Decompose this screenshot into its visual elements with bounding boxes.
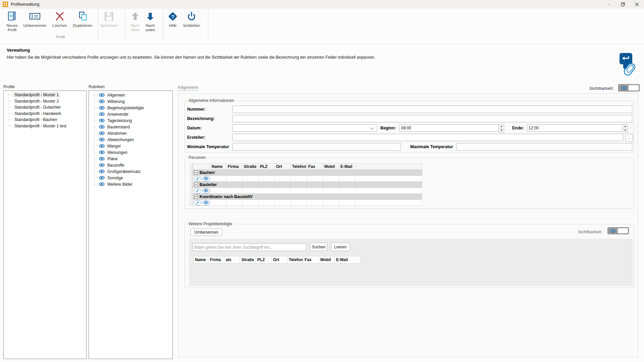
toolbar-schliessen-button[interactable]: Schließen <box>181 10 202 41</box>
profile-list-item[interactable]: Standardprofil - Muster 1 test <box>4 123 86 129</box>
column-header[interactable]: als <box>224 256 240 263</box>
visibility-toggle[interactable] <box>618 84 640 92</box>
rubrik-list-item[interactable]: Allgemein <box>89 92 172 98</box>
visibility-person-button[interactable] <box>202 176 210 181</box>
column-header[interactable]: Ort <box>275 163 291 170</box>
close-button[interactable] <box>630 0 644 9</box>
column-header[interactable]: Firma <box>209 256 224 263</box>
column-header[interactable]: Firma <box>226 163 243 170</box>
rubrik-list-item[interactable]: Weitere Bilder <box>89 181 172 187</box>
rubrik-list-item[interactable]: Abnahmen <box>89 130 172 136</box>
column-header[interactable]: E-Mail <box>335 256 361 263</box>
personen-group-row[interactable]: Koordinator nach BaustellV <box>190 194 422 200</box>
column-header[interactable]: Ort <box>272 256 287 263</box>
rubrik-list-item[interactable]: Bautenstand <box>89 124 172 130</box>
edit-person-button[interactable] <box>194 188 201 193</box>
toolbar-nach-oben-button[interactable]: Nach oben <box>127 10 143 41</box>
visibility-eye-icon[interactable] <box>99 150 105 154</box>
datum-combobox[interactable] <box>232 124 377 132</box>
profile-list-item[interactable]: Standardprofil - Gutachter <box>4 104 86 111</box>
rubrik-list-item[interactable]: Abweichungen <box>89 136 172 143</box>
visibility-eye-icon[interactable] <box>99 182 105 186</box>
spin-up-icon[interactable] <box>499 125 504 129</box>
visibility-eye-icon[interactable] <box>99 163 105 167</box>
column-header[interactable]: E-Mail <box>339 163 355 170</box>
min-temp-input[interactable] <box>232 143 401 150</box>
toolbar-hilfe-button[interactable]: ? Hilfe <box>165 10 180 41</box>
visibility-eye-icon[interactable] <box>99 170 105 173</box>
column-header[interactable]: Telefon <box>287 256 303 263</box>
visibility-eye-icon[interactable] <box>99 106 105 110</box>
rubrik-list-item[interactable]: Baustoffe <box>89 162 172 168</box>
column-header[interactable]: Mobil <box>323 163 339 170</box>
personen-group-row[interactable]: Bauherr <box>190 170 422 176</box>
column-header[interactable]: PLZ <box>259 163 275 170</box>
visibility-eye-icon[interactable] <box>99 125 105 129</box>
visibility-eye-icon[interactable] <box>99 131 105 135</box>
rubrik-list-item[interactable]: Großgeräteeinsatz <box>89 168 172 175</box>
visibility-eye-icon[interactable] <box>99 138 105 141</box>
column-header[interactable]: Fax <box>303 256 319 263</box>
rubrik-list-item[interactable]: Begehungsbeteiligte <box>89 105 172 111</box>
visibility-eye-icon[interactable] <box>99 93 105 97</box>
rubrik-list-item[interactable]: Sonstige <box>89 175 172 181</box>
rubrik-list-item[interactable]: Weisungen <box>89 149 172 156</box>
spin-down-icon[interactable] <box>623 129 628 132</box>
search-input[interactable] <box>193 243 307 251</box>
column-header[interactable]: Mobil <box>319 256 335 263</box>
visibility-eye-icon[interactable] <box>99 100 105 103</box>
weitere-visibility-toggle[interactable] <box>607 227 629 234</box>
column-header[interactable]: Name <box>210 163 226 170</box>
move-down-icon <box>145 10 156 22</box>
column-header[interactable]: Straße <box>243 163 259 170</box>
spin-down-icon[interactable] <box>499 129 504 132</box>
profiles-listbox[interactable]: Standardprofil - Muster 1 Standardprofil… <box>3 90 87 359</box>
collapse-icon[interactable] <box>194 183 198 186</box>
umbenennen-button[interactable]: Umbenennen <box>191 229 222 236</box>
rubrik-list-item[interactable]: Witterung <box>89 98 172 105</box>
max-temp-input[interactable] <box>457 143 632 150</box>
column-header[interactable]: Name <box>193 256 209 263</box>
ende-spinner[interactable] <box>623 124 628 132</box>
profile-list-item[interactable]: Standardprofil - Bauherr <box>4 117 86 123</box>
column-header[interactable]: Fax <box>307 163 323 170</box>
beginn-spinner[interactable] <box>499 124 504 132</box>
edit-person-button[interactable] <box>194 200 201 205</box>
rubriken-listbox[interactable]: Allgemein Witterung Begehungsbeteiligte … <box>89 90 173 359</box>
visibility-person-button[interactable] <box>202 188 210 193</box>
profile-list-item[interactable]: Standardprofil - Handwerk <box>4 111 86 117</box>
column-header[interactable]: PLZ <box>256 256 272 263</box>
edit-person-button[interactable] <box>194 176 201 181</box>
toolbar-nach-unten-button[interactable]: Nach unten <box>143 10 158 41</box>
ersteller-input[interactable] <box>232 134 623 141</box>
section-title-allgemein[interactable]: Allgemein <box>177 85 198 91</box>
rubrik-list-item[interactable]: Pläne <box>89 156 172 162</box>
rubrik-list-item[interactable]: Mängel <box>89 143 172 149</box>
profile-list-item[interactable]: Standardprofil - Muster 1 <box>4 92 86 98</box>
suchen-button[interactable]: Suchen <box>310 243 327 251</box>
nummer-input[interactable] <box>232 106 632 113</box>
collapse-icon[interactable] <box>194 195 198 198</box>
visibility-eye-icon[interactable] <box>99 157 105 161</box>
leeren-button[interactable]: Leeren <box>331 243 350 251</box>
visibility-eye-icon[interactable] <box>99 112 105 116</box>
visibility-person-button[interactable] <box>202 200 210 205</box>
column-header[interactable]: Straße <box>240 256 256 263</box>
visibility-eye-icon[interactable] <box>99 119 105 122</box>
visibility-eye-icon[interactable] <box>99 144 105 148</box>
maximize-button[interactable] <box>616 0 630 9</box>
minimize-button[interactable] <box>602 0 616 9</box>
rubrik-list-item[interactable]: Anwesende <box>89 111 172 117</box>
collapse-icon[interactable] <box>194 171 198 174</box>
spin-up-icon[interactable] <box>623 125 628 129</box>
ende-time-input[interactable] <box>527 124 623 132</box>
beginn-time-input[interactable] <box>399 124 499 132</box>
bezeichnung-input[interactable] <box>232 115 632 122</box>
rubrik-list-item[interactable]: Tagesleistung <box>89 117 172 124</box>
profile-list-item[interactable]: Standardprofil - Muster 2 <box>4 98 86 105</box>
column-header[interactable]: Telefon <box>291 163 307 170</box>
power-close-icon <box>186 10 197 22</box>
ersteller-browse-button[interactable]: ... <box>625 134 633 142</box>
personen-group-row[interactable]: Bauleiter <box>190 182 422 188</box>
visibility-eye-icon[interactable] <box>99 176 105 180</box>
